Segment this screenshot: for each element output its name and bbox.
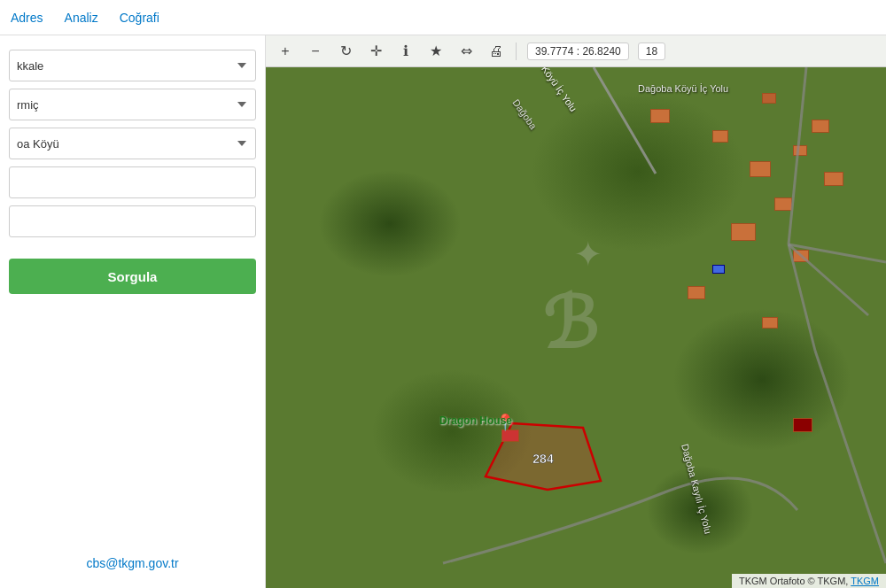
extent-button[interactable]: ⇔ [454,39,478,64]
road-label-dagoba-top: Dağoba [510,97,539,131]
footer-email[interactable]: cbs@tkgm.gov.tr [84,553,180,574]
sorgula-button[interactable]: Sorgula [9,259,256,294]
form-group-2: rmiç [9,89,256,120]
building-6 [793,250,809,262]
building-13 [793,145,807,156]
footer-text: TKGM Ortafoto © TKGM, [739,576,848,586]
print-button[interactable]: 🖨 [484,39,509,64]
building-blue [712,265,725,274]
select-il[interactable]: kkale [9,50,256,81]
dragon-house-label: Dragon House [439,414,512,427]
map-toolbar: + − ↻ ✛ ℹ ★ ⇔ 🖨 39.7774 : 26.8240 18 [266,35,886,67]
form-group-5 [9,205,256,237]
map-container[interactable]: + − ↻ ✛ ℹ ★ ⇔ 🖨 39.7774 : 26.8240 18 [266,35,886,588]
building-3 [750,161,771,177]
map-coordinates: 39.7774 : 26.8240 [527,43,629,60]
nav-adres[interactable]: Adres [9,7,45,28]
building-2 [712,130,728,143]
map-background[interactable]: ℬ ✦ Köyü İç Yo [266,67,886,588]
building-9 [762,93,776,104]
building-10 [688,286,705,299]
footer-link[interactable]: TKGM [851,576,879,586]
building-5 [731,223,756,241]
road-label-dagoba-koyu: Dağoba Köyü İç Yolu [638,83,728,94]
select-mahalle[interactable]: oa Köyü [9,128,256,159]
info-button[interactable]: ℹ [393,39,418,64]
toolbar-separator [516,43,517,60]
select-ilce[interactable]: rmiç [9,89,256,120]
sidebar-form: kkale rmiç oa Köyü [0,44,265,250]
form-group-1: kkale [9,50,256,81]
map-footer: TKGM Ortafoto © TKGM, TKGM [732,574,886,588]
watermark-star: ✦ [573,234,603,275]
sidebar-footer: cbs@tkgm.gov.tr [0,547,265,579]
watermark-cb: ℬ [542,289,598,360]
top-nav: Adres Analiz Coğrafi [0,0,886,35]
building-7 [824,172,843,186]
bookmark-button[interactable]: ★ [424,39,448,64]
svg-line-5 [815,351,886,563]
building-12 [793,418,812,432]
satellite-layer: ℬ ✦ Köyü İç Yo [266,67,886,588]
form-group-3: oa Köyü [9,128,256,159]
building-1 [650,109,670,123]
road-label-dagoba-kayili: Dağoba Kayılı İç Yolu [680,443,714,535]
building-4 [774,197,792,211]
road-label-koyu: Köyü İç Yolu [540,67,579,113]
building-11 [762,317,778,329]
form-group-4 [9,166,256,198]
nav-analiz[interactable]: Analiz [63,7,100,28]
map-zoom-level: 18 [638,43,665,60]
nav-cografi[interactable]: Coğrafi [118,7,161,28]
refresh-button[interactable]: ↻ [333,39,358,64]
svg-text:284: 284 [532,452,554,466]
pan-button[interactable]: ✛ [363,39,388,64]
zoom-out-button[interactable]: − [303,39,328,64]
input-ada[interactable] [9,166,256,198]
zoom-in-button[interactable]: + [273,39,298,64]
sidebar: kkale rmiç oa Köyü Sorgula cbs@t [0,35,266,588]
building-8 [812,120,829,133]
main-content: kkale rmiç oa Köyü Sorgula cbs@t [0,35,886,588]
input-parsel[interactable] [9,205,256,237]
